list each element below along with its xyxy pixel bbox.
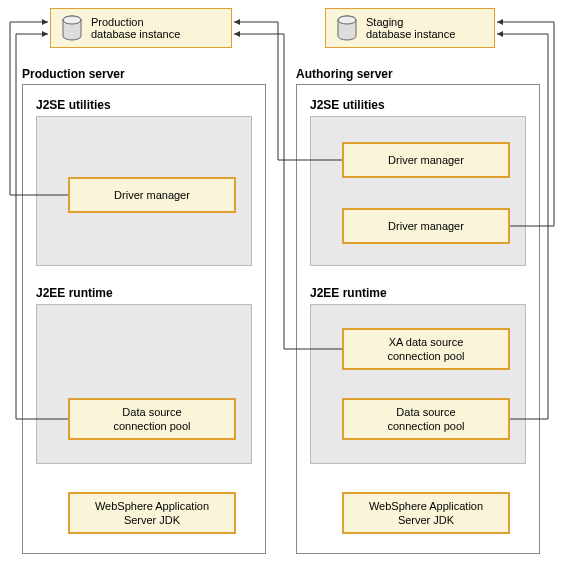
staging-database: Staging database instance <box>325 8 495 48</box>
prod-jdk-label: WebSphere Application Server JDK <box>95 499 209 528</box>
svg-point-3 <box>338 16 356 24</box>
auth-jdk: WebSphere Application Server JDK <box>342 492 510 534</box>
database-icon <box>61 15 83 41</box>
prod-j2ee-item-0-label: Data source connection pool <box>113 405 190 434</box>
prod-j2ee-datasource: Data source connection pool <box>68 398 236 440</box>
production-database-label: Production database instance <box>91 16 180 40</box>
prod-j2ee-box <box>36 304 252 464</box>
database-icon <box>336 15 358 41</box>
prod-j2se-item-0-label: Driver manager <box>114 188 190 202</box>
auth-j2se-item-0-label: Driver manager <box>388 153 464 167</box>
auth-j2ee-xa-datasource: XA data source connection pool <box>342 328 510 370</box>
production-server-title: Production server <box>22 67 125 81</box>
authoring-server-title: Authoring server <box>296 67 393 81</box>
auth-jdk-label: WebSphere Application Server JDK <box>369 499 483 528</box>
auth-j2ee-title: J2EE runtime <box>310 286 387 300</box>
prod-j2ee-title: J2EE runtime <box>36 286 113 300</box>
svg-point-1 <box>63 16 81 24</box>
prod-jdk: WebSphere Application Server JDK <box>68 492 236 534</box>
prod-j2se-title: J2SE utilities <box>36 98 111 112</box>
auth-j2se-title: J2SE utilities <box>310 98 385 112</box>
auth-j2ee-item-1-label: Data source connection pool <box>387 405 464 434</box>
auth-j2ee-item-0-label: XA data source connection pool <box>387 335 464 364</box>
auth-j2se-driver-manager-0: Driver manager <box>342 142 510 178</box>
prod-j2se-driver-manager: Driver manager <box>68 177 236 213</box>
staging-database-label: Staging database instance <box>366 16 455 40</box>
auth-j2se-driver-manager-1: Driver manager <box>342 208 510 244</box>
auth-j2se-item-1-label: Driver manager <box>388 219 464 233</box>
production-database: Production database instance <box>50 8 232 48</box>
auth-j2ee-datasource: Data source connection pool <box>342 398 510 440</box>
